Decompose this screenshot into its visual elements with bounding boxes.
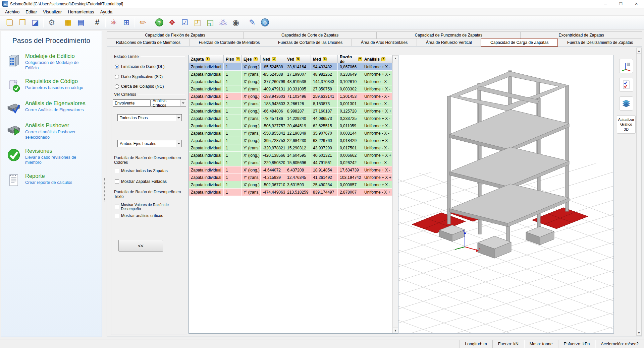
model-3d-button[interactable]: ⚛ <box>108 16 120 28</box>
menu-archivo[interactable]: Archivo <box>2 9 22 15</box>
sidebar-splitter[interactable] <box>102 31 107 337</box>
globe-button[interactable]: ◍ <box>259 16 271 28</box>
envelope-cell[interactable]: Envolvente <box>113 99 150 107</box>
open-project-button[interactable]: ❐ <box>16 16 29 28</box>
table-row[interactable]: Zapata individual1Y' (trans.)-320,978821… <box>189 144 392 152</box>
cell: Zapata individual <box>189 63 224 71</box>
radio-significant-damage[interactable]: Daño Significativo (SD) <box>115 74 163 79</box>
check-book-button[interactable]: ☑ <box>179 16 191 28</box>
table-row[interactable]: Zapata individual1X' (long.)-377,2607994… <box>189 78 392 85</box>
column-header-ejes[interactable]: Ejes3 <box>241 55 261 63</box>
view-orientation-button[interactable] <box>619 59 633 73</box>
edit-pen-button[interactable]: ✎ <box>246 16 258 28</box>
scroll-down-icon[interactable]: ▼ <box>637 330 641 336</box>
scroll-up-icon[interactable]: ▲ <box>393 55 398 61</box>
tutorial-book-button[interactable]: ❖ <box>166 16 178 28</box>
tab-area-de-aros-horizontales[interactable]: Área de Aros Horizontales <box>352 39 417 46</box>
folder-import-button[interactable]: ◰ <box>192 16 204 28</box>
checks-list-button[interactable] <box>619 78 633 92</box>
restore-button[interactable]: ❐ <box>613 0 629 8</box>
table-row[interactable]: Zapata individual1X' (long.)-420,1385661… <box>189 152 392 159</box>
calculator-button[interactable]: ⊞ <box>120 16 132 28</box>
tab-area-de-refuerzo-vertical[interactable]: Área de Refuerzo Vertical <box>417 39 481 46</box>
comments-button[interactable]: ⁂ <box>217 16 229 28</box>
critical-analyses-dropdown[interactable]: Análisis Críticos <box>150 99 186 107</box>
minimize-button[interactable]: ─ <box>598 0 613 8</box>
floors-dropdown[interactable]: Todos los Pisos <box>117 114 182 121</box>
checkbox-show-all-footings[interactable]: Mostrar todas las Zapatas <box>115 168 168 173</box>
table-row[interactable]: Zapata individual1Y' (trans.)-78,4571861… <box>189 115 392 122</box>
table-row[interactable]: Zapata individual1X' (long.)-502,3677103… <box>189 181 392 189</box>
layers-icon <box>621 98 631 109</box>
checkbox-show-failed-footings[interactable]: Mostrar Zapatas Falladas <box>115 179 167 184</box>
column-header-med[interactable]: Med6 <box>311 55 338 63</box>
column-header-zapata[interactable]: Zapata1 <box>189 55 224 63</box>
menu-ayuda[interactable]: Ayuda <box>97 9 115 15</box>
column-header-analisis[interactable]: Análisis8 <box>362 55 392 63</box>
cell: 48,982262 <box>311 71 338 78</box>
tab-capacidad-de-corte-de-zapatas[interactable]: Capacidad de Corte de Zapatas <box>243 31 377 39</box>
paintbrush-button[interactable]: ✏ <box>137 16 149 28</box>
table-row[interactable]: Zapata individual1Y' (trans.)-474,449063… <box>189 189 392 196</box>
table-row[interactable]: Zapata individual1Y' (trans.)-550,855342… <box>189 130 392 137</box>
tab-capacidad-de-flexion-de-zapatas[interactable]: Capacidad de Flexión de Zapatas <box>107 31 244 39</box>
table-row[interactable]: Zapata individual1Y' (trans.)-409,479131… <box>189 85 392 93</box>
table-row[interactable]: Zapata individual1Y' (trans.)-85,5245881… <box>189 71 392 78</box>
page-vertical-scrollbar[interactable]: ▲ ▼ <box>636 48 642 336</box>
menu-editar[interactable]: Editar <box>22 9 40 15</box>
grid-vertical-scrollbar[interactable]: ▲ ▼ <box>392 55 398 333</box>
table-row[interactable]: Zapata individual1Y' (trans.)-4,21593912… <box>189 174 392 181</box>
cell: X' (long.) <box>241 122 261 130</box>
column-header-razon-de[interactable]: Razón de7 <box>338 55 362 63</box>
help-button[interactable]: ? <box>153 16 165 28</box>
table-row[interactable]: Zapata individual1X' (long.)-4,6440726,4… <box>189 166 392 174</box>
table-row[interactable]: Zapata individual1Y' (trans.)-229,850320… <box>189 159 392 166</box>
table-row[interactable]: Zapata individual1X' (long.)-395,7287532… <box>189 137 392 144</box>
column-header-piso[interactable]: Piso2 <box>224 55 241 63</box>
save-project-button[interactable]: ◪ <box>29 16 41 28</box>
processor-settings-icon: ⚙ <box>48 18 55 27</box>
viewport-3d[interactable]: x z <box>398 55 614 334</box>
table-row[interactable]: Zapata individual1X' (long.)-506,9277572… <box>189 122 392 130</box>
column-header-ned[interactable]: Ned4 <box>261 55 285 63</box>
layers-button[interactable] <box>619 96 633 111</box>
tab-excentricidad-de-zapatas[interactable]: Excentricidad de Zapatas <box>520 31 642 39</box>
step-pushover-analysis[interactable]: Análisis Pushover Correr el análisis Pus… <box>1 119 102 144</box>
processor-settings-button[interactable]: ⚙ <box>46 16 58 28</box>
table-row[interactable]: Zapata individual1X' (long.)-85,52458828… <box>189 63 392 71</box>
video-button[interactable]: ◉ <box>230 16 242 28</box>
step-building-modelling[interactable]: Modelaje de Edificio Cofiguración de Mod… <box>1 49 102 74</box>
tab-capacidad-de-punzonado-de-zapatas[interactable]: Capacidad de Punzonado de Zapatas <box>376 31 521 39</box>
rebar-grid-button[interactable]: # <box>91 16 103 28</box>
scroll-down-icon[interactable]: ▼ <box>393 328 398 333</box>
tab-rotaciones-de-cuerda-de-miembros[interactable]: Rotaciones de Cuerda de Miembros <box>107 39 190 46</box>
collapse-panel-button[interactable]: << <box>118 240 163 252</box>
folder-export-button[interactable]: ◱ <box>204 16 216 28</box>
tab-fuerza-de-deslizamiento-de-zapatas[interactable]: Fuerza de Deslizamiento de Zapatas <box>558 39 642 46</box>
structural-frame-button[interactable]: ▦ <box>62 16 74 28</box>
tab-fuerzas-de-cortante-de-miembros[interactable]: Fuerzas de Cortante de Miembros <box>190 39 269 46</box>
radio-near-collapse[interactable]: Cerca del Colapso (NC) <box>115 84 164 89</box>
radio-damage-limitation[interactable]: Limitación de Daño (DL) <box>115 64 164 69</box>
step-eigenvalue-analysis[interactable]: Análisis de Eigenvalores Correr Análisis… <box>1 96 102 119</box>
tab-fuerzas-de-cortante-de-las-uniones[interactable]: Fuerzas de Cortante de las Uniones <box>269 39 352 46</box>
step-report[interactable]: Reporte Crear reporte de cálculos <box>1 169 102 191</box>
building-report-button[interactable]: ▤ <box>75 16 87 28</box>
menu-visualizar[interactable]: Visualizar <box>40 9 65 15</box>
menu-herramientas[interactable]: Herramientas <box>65 9 97 15</box>
step-checks[interactable]: Revisiones Llevar a cabo revisiones de m… <box>1 144 102 169</box>
update-3d-plot-button[interactable]: Actualizar Gráfico 3D <box>617 115 636 134</box>
table-row[interactable]: Zapata individual1X' (long.)-66,4848068,… <box>189 108 392 115</box>
scroll-up-icon[interactable]: ▲ <box>637 48 641 54</box>
step-code-requirements[interactable]: Requisitos de Código Parámetros basados … <box>1 74 102 96</box>
tab-capacidad-de-carga-de-zapatas[interactable]: Capacidad de Carga de Zapatas <box>481 39 558 47</box>
checkbox-show-ratio-values[interactable]: Mostrar Valores de Razón de Desempeño <box>115 203 187 211</box>
close-button[interactable]: ✕ <box>629 0 644 8</box>
table-row[interactable]: Zapata individual1Y' (trans.)-188,943603… <box>189 100 392 108</box>
local-axes-dropdown[interactable]: Ambos Ejes Locales <box>117 140 182 147</box>
column-header-ved[interactable]: Ved5 <box>285 55 311 63</box>
table-row[interactable]: Zapata individual1X' (long.)-188,9436037… <box>189 93 392 100</box>
checkbox-show-critical-analyses[interactable]: Mostrar análisis críticos <box>115 213 163 218</box>
cell: 0,233725 <box>338 115 362 122</box>
new-project-button[interactable]: ❏ <box>4 16 16 28</box>
